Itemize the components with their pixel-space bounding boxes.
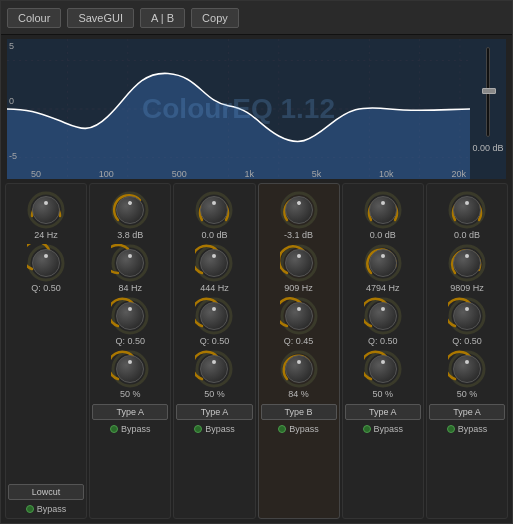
band5-gain-wrapper: 0.0 dB (448, 191, 486, 240)
band3-gain-ring[interactable] (280, 191, 318, 229)
band1-bypass-led[interactable] (110, 425, 118, 433)
band5-drive-knob[interactable] (453, 355, 481, 383)
band2-freq-wrapper: 444 Hz (195, 244, 233, 293)
ab-button[interactable]: A | B (140, 8, 185, 28)
strip-band5: 0.0 dB 9809 Hz (426, 183, 508, 519)
band5-bypass-row: Bypass (447, 424, 488, 434)
strip-band1: 3.8 dB 84 Hz (89, 183, 171, 519)
eq-x-50: 50 (31, 169, 41, 179)
band4-bypass-label: Bypass (374, 424, 404, 434)
band4-gain-knob[interactable] (369, 196, 397, 224)
band2-type-button[interactable]: Type A (176, 404, 252, 420)
band5-bypass-led[interactable] (447, 425, 455, 433)
band4-drive-knob[interactable] (369, 355, 397, 383)
lowcut-type-button[interactable]: Lowcut (8, 484, 84, 500)
gain-value-label: 0.00 dB (472, 143, 503, 153)
lowcut-freq-knob-wrapper: 24 Hz (27, 191, 65, 240)
savegui-button[interactable]: SaveGUI (67, 8, 134, 28)
eq-x-10k: 10k (379, 169, 394, 179)
band3-gain-knob[interactable] (285, 196, 313, 224)
band2-q-ring[interactable] (195, 297, 233, 335)
band5-drive-wrapper: 50 % (448, 350, 486, 399)
band5-gain-knob[interactable] (453, 196, 481, 224)
band3-gain-label: -3.1 dB (284, 230, 313, 240)
lowcut-freq-label: 24 Hz (34, 230, 58, 240)
band4-q-knob[interactable] (369, 302, 397, 330)
lowcut-bypass-led[interactable] (26, 505, 34, 513)
band2-gain-ring[interactable] (195, 191, 233, 229)
band4-gain-ring[interactable] (364, 191, 402, 229)
band3-q-label: Q: 0.45 (284, 336, 314, 346)
band1-q-ring[interactable] (111, 297, 149, 335)
band3-drive-wrapper: 84 % (280, 350, 318, 399)
band2-q-label: Q: 0.50 (200, 336, 230, 346)
band3-q-knob[interactable] (285, 302, 313, 330)
band1-freq-label: 84 Hz (118, 283, 142, 293)
band4-q-ring[interactable] (364, 297, 402, 335)
eq-curve-svg (7, 39, 470, 179)
band4-freq-knob[interactable] (369, 249, 397, 277)
band1-gain-label: 3.8 dB (117, 230, 143, 240)
band3-bypass-label: Bypass (289, 424, 319, 434)
lowcut-freq-knob[interactable] (32, 196, 60, 224)
band1-gain-wrapper: 3.8 dB (111, 191, 149, 240)
strips-container: 24 Hz Q: 0.50 Lowcut Bypass (1, 179, 512, 523)
band5-type-button[interactable]: Type A (429, 404, 505, 420)
band1-bypass-label: Bypass (121, 424, 151, 434)
eq-canvas[interactable]: 5 0 -5 ColourEQ 1.12 (7, 39, 470, 179)
band1-q-label: Q: 0.50 (115, 336, 145, 346)
band3-drive-ring[interactable] (280, 350, 318, 388)
band3-freq-knob[interactable] (285, 249, 313, 277)
gain-slider-thumb[interactable] (482, 88, 496, 94)
band5-freq-knob[interactable] (453, 249, 481, 277)
plugin-container: Colour SaveGUI A | B Copy 5 0 -5 ColourE… (0, 0, 513, 524)
band1-freq-wrapper: 84 Hz (111, 244, 149, 293)
band3-type-button[interactable]: Type B (261, 404, 337, 420)
lowcut-q-knob-wrapper: Q: 0.50 (27, 244, 65, 293)
lowcut-q-knob-ring[interactable] (27, 244, 65, 282)
band5-drive-label: 50 % (457, 389, 478, 399)
eq-x-5k: 5k (312, 169, 322, 179)
band4-q-label: Q: 0.50 (368, 336, 398, 346)
band4-q-wrapper: Q: 0.50 (364, 297, 402, 346)
band4-gain-label: 0.0 dB (370, 230, 396, 240)
band1-drive-ring[interactable] (111, 350, 149, 388)
band1-drive-label: 50 % (120, 389, 141, 399)
band3-q-wrapper: Q: 0.45 (280, 297, 318, 346)
band4-freq-ring[interactable] (364, 244, 402, 282)
band1-gain-ring[interactable] (111, 191, 149, 229)
lowcut-bypass-label: Bypass (37, 504, 67, 514)
lowcut-freq-knob-ring[interactable] (27, 191, 65, 229)
band4-bypass-led[interactable] (363, 425, 371, 433)
eq-x-1k: 1k (244, 169, 254, 179)
band5-drive-ring[interactable] (448, 350, 486, 388)
toolbar: Colour SaveGUI A | B Copy (1, 1, 512, 35)
band5-gain-ring[interactable] (448, 191, 486, 229)
lowcut-bypass-row: Bypass (26, 504, 67, 514)
band1-type-button[interactable]: Type A (92, 404, 168, 420)
band5-q-ring[interactable] (448, 297, 486, 335)
eq-y-mid: 0 (9, 96, 17, 106)
band2-freq-ring[interactable] (195, 244, 233, 282)
band3-bypass-led[interactable] (278, 425, 286, 433)
band2-drive-wrapper: 50 % (195, 350, 233, 399)
colour-button[interactable]: Colour (7, 8, 61, 28)
band4-drive-label: 50 % (373, 389, 394, 399)
band5-q-wrapper: Q: 0.50 (448, 297, 486, 346)
band5-q-knob[interactable] (453, 302, 481, 330)
band1-freq-ring[interactable] (111, 244, 149, 282)
band2-bypass-led[interactable] (194, 425, 202, 433)
gain-slider-track[interactable] (486, 47, 490, 137)
copy-button[interactable]: Copy (191, 8, 239, 28)
band5-bypass-label: Bypass (458, 424, 488, 434)
lowcut-q-knob[interactable] (32, 249, 60, 277)
band5-freq-ring[interactable] (448, 244, 486, 282)
band4-drive-ring[interactable] (364, 350, 402, 388)
band5-gain-label: 0.0 dB (454, 230, 480, 240)
band3-q-ring[interactable] (280, 297, 318, 335)
band4-freq-wrapper: 4794 Hz (364, 244, 402, 293)
band4-type-button[interactable]: Type A (345, 404, 421, 420)
band3-drive-knob[interactable] (285, 355, 313, 383)
band3-freq-ring[interactable] (280, 244, 318, 282)
band2-drive-ring[interactable] (195, 350, 233, 388)
